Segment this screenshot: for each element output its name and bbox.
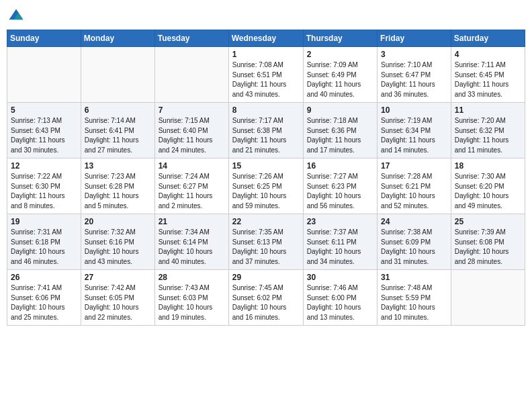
day-info-18: Sunrise: 7:30 AM Sunset: 6:20 PM Dayligh…	[455, 172, 521, 211]
col-tuesday: Tuesday	[154, 30, 228, 47]
day-num-14: 14	[159, 161, 225, 171]
cell-w1-d1: 6Sunrise: 7:14 AM Sunset: 6:41 PM Daylig…	[81, 103, 154, 158]
day-info-20: Sunrise: 7:32 AM Sunset: 6:16 PM Dayligh…	[85, 228, 151, 267]
cell-w3-d4: 23Sunrise: 7:37 AM Sunset: 6:11 PM Dayli…	[303, 214, 377, 270]
day-num-26: 26	[11, 273, 77, 282]
day-num-10: 10	[381, 105, 447, 115]
day-num-5: 5	[11, 105, 77, 115]
week-row-4: 26Sunrise: 7:41 AM Sunset: 6:06 PM Dayli…	[7, 270, 525, 326]
day-num-11: 11	[455, 105, 521, 115]
day-info-1: Sunrise: 7:08 AM Sunset: 6:51 PM Dayligh…	[232, 60, 300, 99]
col-saturday: Saturday	[451, 30, 525, 47]
day-num-28: 28	[159, 273, 225, 282]
day-info-31: Sunrise: 7:48 AM Sunset: 5:59 PM Dayligh…	[381, 283, 447, 322]
calendar-body: 1Sunrise: 7:08 AM Sunset: 6:51 PM Daylig…	[7, 47, 525, 326]
logo	[7, 7, 28, 26]
day-info-23: Sunrise: 7:37 AM Sunset: 6:11 PM Dayligh…	[307, 228, 373, 267]
cell-w2-d0: 12Sunrise: 7:22 AM Sunset: 6:30 PM Dayli…	[7, 158, 81, 214]
day-info-8: Sunrise: 7:17 AM Sunset: 6:38 PM Dayligh…	[232, 116, 300, 155]
day-info-4: Sunrise: 7:11 AM Sunset: 6:45 PM Dayligh…	[455, 60, 521, 99]
day-info-15: Sunrise: 7:26 AM Sunset: 6:25 PM Dayligh…	[232, 172, 300, 211]
cell-w4-d3: 29Sunrise: 7:45 AM Sunset: 6:02 PM Dayli…	[228, 270, 303, 326]
cell-w0-d3: 1Sunrise: 7:08 AM Sunset: 6:51 PM Daylig…	[228, 47, 303, 103]
cell-w1-d5: 10Sunrise: 7:19 AM Sunset: 6:34 PM Dayli…	[378, 103, 451, 158]
cell-w3-d6: 25Sunrise: 7:39 AM Sunset: 6:08 PM Dayli…	[451, 214, 525, 270]
col-sunday: Sunday	[7, 30, 81, 47]
day-num-23: 23	[307, 217, 373, 226]
cell-w4-d6	[451, 270, 525, 326]
day-num-16: 16	[307, 161, 373, 171]
day-info-6: Sunrise: 7:14 AM Sunset: 6:41 PM Dayligh…	[85, 116, 151, 155]
day-info-2: Sunrise: 7:09 AM Sunset: 6:49 PM Dayligh…	[307, 60, 373, 99]
cell-w4-d2: 28Sunrise: 7:43 AM Sunset: 6:03 PM Dayli…	[154, 270, 228, 326]
day-num-17: 17	[381, 161, 447, 171]
day-info-10: Sunrise: 7:19 AM Sunset: 6:34 PM Dayligh…	[381, 116, 447, 155]
week-row-3: 19Sunrise: 7:31 AM Sunset: 6:18 PM Dayli…	[7, 214, 525, 270]
cell-w0-d6: 4Sunrise: 7:11 AM Sunset: 6:45 PM Daylig…	[451, 47, 525, 103]
day-num-12: 12	[11, 161, 77, 171]
day-num-2: 2	[307, 50, 373, 59]
day-num-29: 29	[232, 273, 300, 282]
day-info-3: Sunrise: 7:10 AM Sunset: 6:47 PM Dayligh…	[381, 60, 447, 99]
cell-w4-d4: 30Sunrise: 7:46 AM Sunset: 6:00 PM Dayli…	[303, 270, 377, 326]
day-num-24: 24	[381, 217, 447, 226]
day-num-18: 18	[455, 161, 521, 171]
day-info-28: Sunrise: 7:43 AM Sunset: 6:03 PM Dayligh…	[159, 283, 225, 322]
cell-w4-d5: 31Sunrise: 7:48 AM Sunset: 5:59 PM Dayli…	[378, 270, 451, 326]
day-num-7: 7	[159, 105, 225, 115]
day-info-14: Sunrise: 7:24 AM Sunset: 6:27 PM Dayligh…	[159, 172, 225, 211]
cell-w1-d0: 5Sunrise: 7:13 AM Sunset: 6:43 PM Daylig…	[7, 103, 81, 158]
cell-w3-d3: 22Sunrise: 7:35 AM Sunset: 6:13 PM Dayli…	[228, 214, 303, 270]
page-container: Sunday Monday Tuesday Wednesday Thursday…	[0, 0, 532, 332]
day-info-17: Sunrise: 7:28 AM Sunset: 6:21 PM Dayligh…	[381, 172, 447, 211]
day-info-24: Sunrise: 7:38 AM Sunset: 6:09 PM Dayligh…	[381, 228, 447, 267]
day-num-8: 8	[232, 105, 300, 115]
cell-w0-d0	[7, 47, 81, 103]
cell-w4-d0: 26Sunrise: 7:41 AM Sunset: 6:06 PM Dayli…	[7, 270, 81, 326]
day-info-25: Sunrise: 7:39 AM Sunset: 6:08 PM Dayligh…	[455, 228, 521, 267]
col-friday: Friday	[378, 30, 451, 47]
day-num-31: 31	[381, 273, 447, 282]
day-info-22: Sunrise: 7:35 AM Sunset: 6:13 PM Dayligh…	[232, 228, 300, 267]
cell-w0-d1	[81, 47, 154, 103]
day-num-13: 13	[85, 161, 151, 171]
cell-w3-d5: 24Sunrise: 7:38 AM Sunset: 6:09 PM Dayli…	[378, 214, 451, 270]
day-num-6: 6	[85, 105, 151, 115]
cell-w1-d6: 11Sunrise: 7:20 AM Sunset: 6:32 PM Dayli…	[451, 103, 525, 158]
day-num-21: 21	[159, 217, 225, 226]
cell-w3-d0: 19Sunrise: 7:31 AM Sunset: 6:18 PM Dayli…	[7, 214, 81, 270]
col-monday: Monday	[81, 30, 154, 47]
cell-w1-d2: 7Sunrise: 7:15 AM Sunset: 6:40 PM Daylig…	[154, 103, 228, 158]
day-num-25: 25	[455, 217, 521, 226]
day-info-9: Sunrise: 7:18 AM Sunset: 6:36 PM Dayligh…	[307, 116, 373, 155]
day-num-27: 27	[85, 273, 151, 282]
cell-w3-d2: 21Sunrise: 7:34 AM Sunset: 6:14 PM Dayli…	[154, 214, 228, 270]
cell-w0-d4: 2Sunrise: 7:09 AM Sunset: 6:49 PM Daylig…	[303, 47, 377, 103]
cell-w2-d2: 14Sunrise: 7:24 AM Sunset: 6:27 PM Dayli…	[154, 158, 228, 214]
col-wednesday: Wednesday	[228, 30, 303, 47]
day-info-26: Sunrise: 7:41 AM Sunset: 6:06 PM Dayligh…	[11, 283, 77, 322]
cell-w4-d1: 27Sunrise: 7:42 AM Sunset: 6:05 PM Dayli…	[81, 270, 154, 326]
day-info-11: Sunrise: 7:20 AM Sunset: 6:32 PM Dayligh…	[455, 116, 521, 155]
day-info-16: Sunrise: 7:27 AM Sunset: 6:23 PM Dayligh…	[307, 172, 373, 211]
cell-w3-d1: 20Sunrise: 7:32 AM Sunset: 6:16 PM Dayli…	[81, 214, 154, 270]
day-info-5: Sunrise: 7:13 AM Sunset: 6:43 PM Dayligh…	[11, 116, 77, 155]
cell-w1-d3: 8Sunrise: 7:17 AM Sunset: 6:38 PM Daylig…	[228, 103, 303, 158]
day-info-27: Sunrise: 7:42 AM Sunset: 6:05 PM Dayligh…	[85, 283, 151, 322]
day-num-15: 15	[232, 161, 300, 171]
cell-w0-d2	[154, 47, 228, 103]
day-num-3: 3	[381, 50, 447, 59]
day-info-12: Sunrise: 7:22 AM Sunset: 6:30 PM Dayligh…	[11, 172, 77, 211]
logo-icon	[7, 7, 26, 26]
cell-w2-d6: 18Sunrise: 7:30 AM Sunset: 6:20 PM Dayli…	[451, 158, 525, 214]
day-num-20: 20	[85, 217, 151, 226]
cell-w1-d4: 9Sunrise: 7:18 AM Sunset: 6:36 PM Daylig…	[303, 103, 377, 158]
header-row: Sunday Monday Tuesday Wednesday Thursday…	[7, 30, 525, 47]
day-num-4: 4	[455, 50, 521, 59]
cell-w0-d5: 3Sunrise: 7:10 AM Sunset: 6:47 PM Daylig…	[378, 47, 451, 103]
week-row-2: 12Sunrise: 7:22 AM Sunset: 6:30 PM Dayli…	[7, 158, 525, 214]
cell-w2-d1: 13Sunrise: 7:23 AM Sunset: 6:28 PM Dayli…	[81, 158, 154, 214]
week-row-0: 1Sunrise: 7:08 AM Sunset: 6:51 PM Daylig…	[7, 47, 525, 103]
header	[7, 7, 525, 26]
day-info-7: Sunrise: 7:15 AM Sunset: 6:40 PM Dayligh…	[159, 116, 225, 155]
